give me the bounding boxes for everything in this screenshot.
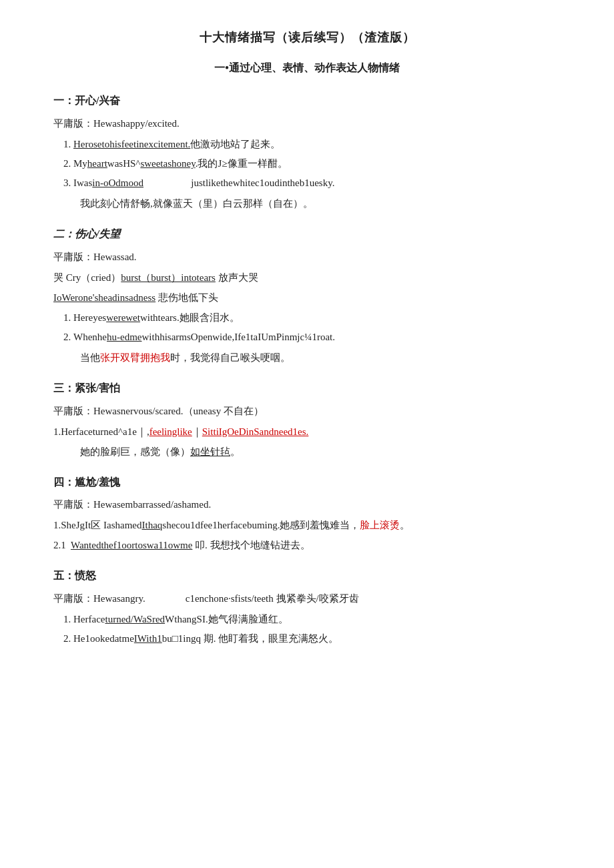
section5-title: 五：愤怒: [53, 566, 561, 586]
section1-extra: 我此刻心情舒畅,就像蓝天（里）白云那样（自在）。: [80, 195, 561, 213]
list-item: Hereyeswerewetwithtears.她眼含泪水。: [73, 309, 561, 327]
section-nervous: 三：紧张/害怕 平庸版：Hewasnervous/scared.（uneasy …: [53, 379, 561, 461]
section2-lower: IoWerone'sheadinsadness 悲伤地低下头: [53, 289, 561, 307]
list-item: Herfaceturned/WaSredWthangSI.她气得满脸通红。: [73, 610, 561, 628]
red-arms: 张开双臂: [100, 352, 140, 363]
item2-sweet: sweetashoney: [140, 158, 195, 169]
floor-text: Wantedthef1oortoswa11owme: [71, 540, 192, 550]
main-title: 十大情绪描写（读后续写）（渣渣版）: [53, 27, 561, 48]
list-item: Iwasin-oOdmood justlikethewhitec1oudinth…: [73, 174, 561, 192]
burst-text: burst（burst）intotears: [121, 272, 216, 283]
ithaq-text: Ithaq: [141, 520, 162, 530]
list-item: Herosetohisfeetinexcitement.他激动地站了起来。: [73, 135, 561, 153]
section2-extra: 当他张开双臂拥抱我时，我觉得自己喉头哽咽。: [80, 349, 561, 367]
section5-list: Herfaceturned/WaSredWthangSI.她气得满脸通红。 He…: [73, 610, 561, 648]
turned-red: turned/WaSred: [105, 614, 165, 624]
section2-plain: 平庸版：Hewassad.: [53, 248, 561, 266]
section4-plain: 平庸版：Hewasembarrassed/ashamed.: [53, 496, 561, 514]
item-wet: werewet: [106, 312, 140, 323]
section4-item1: 1.SheJgIt区 IashamedIthaqshecou1dfee1herf…: [53, 516, 561, 534]
section3-title: 三：紧张/害怕: [53, 379, 561, 398]
section3-item1: 1.Herfaceturned^a1e｜,feelinglike｜SittiIg…: [53, 423, 561, 441]
section-embarrassed: 四：尴尬/羞愧 平庸版：Hewasembarrassed/ashamed. 1.…: [53, 473, 561, 555]
with1-text: IWith1: [134, 633, 162, 644]
section1-list: Herosetohisfeetinexcitement.他激动地站了起来。 My…: [73, 135, 561, 192]
red-hug: 拥抱我: [140, 352, 170, 363]
item1-cn: 他激动地站了起来。: [190, 139, 280, 149]
section3-extra: 她的脸刷巨，感觉（像）如坐针毡。: [80, 443, 561, 461]
section4-title: 四：尴尬/羞愧: [53, 473, 561, 492]
lower-text: IoWerone'sheadinsadness: [53, 292, 156, 303]
section1-title: 一：开心/兴奋: [53, 91, 561, 111]
needles-cn: 如坐针毡: [190, 446, 230, 457]
item1-underline: Herosetohisfeetinexcitement.: [73, 139, 190, 149]
sub-title: 一•通过心理、表情、动作表达人物情绪: [53, 59, 561, 78]
feeling-text: feelinglike: [149, 426, 192, 437]
section2-cry: 哭 Cry（cried）burst（burst）intotears 放声大哭: [53, 269, 561, 287]
list-item: Whenhehu-edmewithhisarmsOpenwide,Ife1taI…: [73, 328, 561, 346]
page-container: 十大情绪描写（读后续写）（渣渣版） 一•通过心理、表情、动作表达人物情绪 一：开…: [53, 27, 561, 648]
red-face: 脸上滚烫: [360, 520, 400, 530]
section2-list: Hereyeswerewetwithtears.她眼含泪水。 Whenhehu-…: [73, 309, 561, 346]
section2-title: 二：伤心/失望: [53, 225, 561, 244]
section4-item2: 2.1 Wantedthef1oortoswa11owme 叩. 我想找个地缝钻…: [53, 536, 561, 554]
sitting-text: SittiIgOeDinSandneed1es.: [202, 426, 309, 437]
item3-mood: in-oOdmood: [92, 177, 143, 188]
item-hug: hu-edme: [107, 332, 141, 342]
list-item: He1ookedatmeIWith1bu□1ingq 期. 他盯着我，眼里充满怒…: [73, 630, 561, 648]
section5-plain: 平庸版：Hewasangry. c1enchone·sfists/teeth 拽…: [53, 590, 561, 608]
section3-plain: 平庸版：Hewasnervous/scared.（uneasy 不自在）: [53, 402, 561, 420]
section-happiness: 一：开心/兴奋 平庸版：Hewashappy/excited. Heroseto…: [53, 91, 561, 213]
section-sadness: 二：伤心/失望 平庸版：Hewassad. 哭 Cry（cried）burst（…: [53, 225, 561, 367]
item2-heart: heart: [87, 158, 107, 169]
section1-plain: 平庸版：Hewashappy/excited.: [53, 115, 561, 133]
list-item: MyheartwasHS^sweetashoney.我的J≥像重一样酣。: [73, 155, 561, 173]
section-anger: 五：愤怒 平庸版：Hewasangry. c1enchone·sfists/te…: [53, 566, 561, 648]
